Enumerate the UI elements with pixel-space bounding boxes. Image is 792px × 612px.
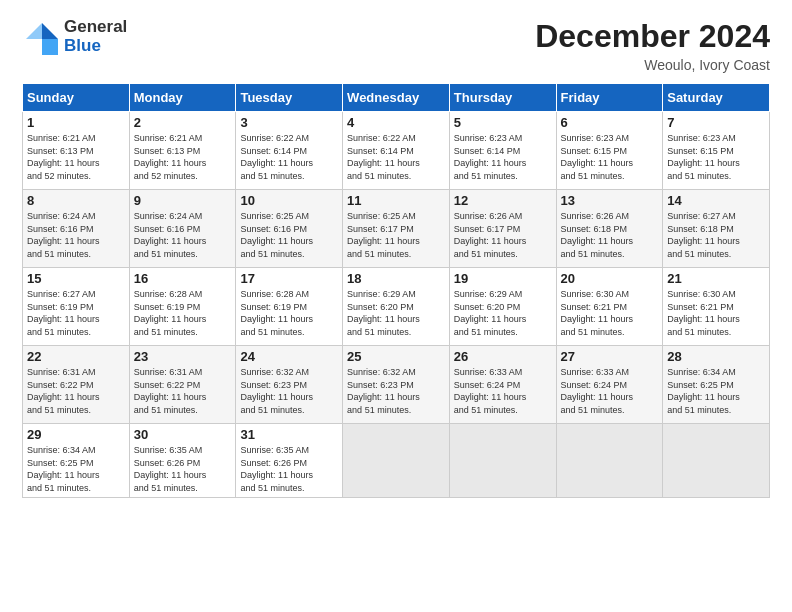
- day-info: Sunrise: 6:22 AM Sunset: 6:14 PM Dayligh…: [240, 132, 338, 182]
- day-info: Sunrise: 6:35 AM Sunset: 6:26 PM Dayligh…: [134, 444, 232, 494]
- day-number: 20: [561, 271, 659, 286]
- day-number: 29: [27, 427, 125, 442]
- table-row: 13Sunrise: 6:26 AM Sunset: 6:18 PM Dayli…: [556, 190, 663, 268]
- table-row: 7Sunrise: 6:23 AM Sunset: 6:15 PM Daylig…: [663, 112, 770, 190]
- header: General Blue December 2024 Weoulo, Ivory…: [22, 18, 770, 73]
- day-number: 26: [454, 349, 552, 364]
- day-info: Sunrise: 6:33 AM Sunset: 6:24 PM Dayligh…: [561, 366, 659, 416]
- logo-general-text: General: [64, 18, 127, 37]
- subtitle: Weoulo, Ivory Coast: [535, 57, 770, 73]
- day-number: 13: [561, 193, 659, 208]
- table-row: 14Sunrise: 6:27 AM Sunset: 6:18 PM Dayli…: [663, 190, 770, 268]
- svg-marker-0: [42, 23, 58, 39]
- day-number: 3: [240, 115, 338, 130]
- day-number: 9: [134, 193, 232, 208]
- table-row: 22Sunrise: 6:31 AM Sunset: 6:22 PM Dayli…: [23, 346, 130, 424]
- table-row: 29Sunrise: 6:34 AM Sunset: 6:25 PM Dayli…: [23, 424, 130, 498]
- table-row: 17Sunrise: 6:28 AM Sunset: 6:19 PM Dayli…: [236, 268, 343, 346]
- day-number: 24: [240, 349, 338, 364]
- calendar-header-row: Sunday Monday Tuesday Wednesday Thursday…: [23, 84, 770, 112]
- day-info: Sunrise: 6:24 AM Sunset: 6:16 PM Dayligh…: [27, 210, 125, 260]
- logo: General Blue: [22, 18, 127, 55]
- logo-icon: [22, 19, 58, 55]
- table-row: 4Sunrise: 6:22 AM Sunset: 6:14 PM Daylig…: [343, 112, 450, 190]
- day-number: 1: [27, 115, 125, 130]
- day-number: 2: [134, 115, 232, 130]
- day-number: 31: [240, 427, 338, 442]
- table-row: 20Sunrise: 6:30 AM Sunset: 6:21 PM Dayli…: [556, 268, 663, 346]
- day-info: Sunrise: 6:22 AM Sunset: 6:14 PM Dayligh…: [347, 132, 445, 182]
- table-row: 26Sunrise: 6:33 AM Sunset: 6:24 PM Dayli…: [449, 346, 556, 424]
- day-number: 6: [561, 115, 659, 130]
- day-info: Sunrise: 6:23 AM Sunset: 6:15 PM Dayligh…: [561, 132, 659, 182]
- table-row: 6Sunrise: 6:23 AM Sunset: 6:15 PM Daylig…: [556, 112, 663, 190]
- day-info: Sunrise: 6:26 AM Sunset: 6:18 PM Dayligh…: [561, 210, 659, 260]
- day-info: Sunrise: 6:32 AM Sunset: 6:23 PM Dayligh…: [240, 366, 338, 416]
- day-info: Sunrise: 6:30 AM Sunset: 6:21 PM Dayligh…: [667, 288, 765, 338]
- day-number: 15: [27, 271, 125, 286]
- day-info: Sunrise: 6:21 AM Sunset: 6:13 PM Dayligh…: [27, 132, 125, 182]
- day-info: Sunrise: 6:27 AM Sunset: 6:18 PM Dayligh…: [667, 210, 765, 260]
- day-number: 7: [667, 115, 765, 130]
- day-info: Sunrise: 6:27 AM Sunset: 6:19 PM Dayligh…: [27, 288, 125, 338]
- day-number: 18: [347, 271, 445, 286]
- day-number: 8: [27, 193, 125, 208]
- day-info: Sunrise: 6:28 AM Sunset: 6:19 PM Dayligh…: [134, 288, 232, 338]
- day-info: Sunrise: 6:33 AM Sunset: 6:24 PM Dayligh…: [454, 366, 552, 416]
- col-tuesday: Tuesday: [236, 84, 343, 112]
- day-info: Sunrise: 6:25 AM Sunset: 6:17 PM Dayligh…: [347, 210, 445, 260]
- day-number: 19: [454, 271, 552, 286]
- calendar-table: Sunday Monday Tuesday Wednesday Thursday…: [22, 83, 770, 498]
- day-number: 11: [347, 193, 445, 208]
- svg-marker-2: [26, 23, 42, 39]
- table-row: 9Sunrise: 6:24 AM Sunset: 6:16 PM Daylig…: [129, 190, 236, 268]
- day-info: Sunrise: 6:29 AM Sunset: 6:20 PM Dayligh…: [454, 288, 552, 338]
- table-row: 16Sunrise: 6:28 AM Sunset: 6:19 PM Dayli…: [129, 268, 236, 346]
- day-number: 12: [454, 193, 552, 208]
- day-number: 5: [454, 115, 552, 130]
- table-row: 10Sunrise: 6:25 AM Sunset: 6:16 PM Dayli…: [236, 190, 343, 268]
- day-info: Sunrise: 6:26 AM Sunset: 6:17 PM Dayligh…: [454, 210, 552, 260]
- col-wednesday: Wednesday: [343, 84, 450, 112]
- table-row: 30Sunrise: 6:35 AM Sunset: 6:26 PM Dayli…: [129, 424, 236, 498]
- day-info: Sunrise: 6:34 AM Sunset: 6:25 PM Dayligh…: [667, 366, 765, 416]
- logo-text: General Blue: [64, 18, 127, 55]
- table-row: 23Sunrise: 6:31 AM Sunset: 6:22 PM Dayli…: [129, 346, 236, 424]
- table-row: 8Sunrise: 6:24 AM Sunset: 6:16 PM Daylig…: [23, 190, 130, 268]
- svg-marker-1: [42, 39, 58, 55]
- day-info: Sunrise: 6:31 AM Sunset: 6:22 PM Dayligh…: [134, 366, 232, 416]
- table-row: [663, 424, 770, 498]
- day-info: Sunrise: 6:28 AM Sunset: 6:19 PM Dayligh…: [240, 288, 338, 338]
- main-title: December 2024: [535, 18, 770, 55]
- day-number: 25: [347, 349, 445, 364]
- table-row: 31Sunrise: 6:35 AM Sunset: 6:26 PM Dayli…: [236, 424, 343, 498]
- col-monday: Monday: [129, 84, 236, 112]
- table-row: 2Sunrise: 6:21 AM Sunset: 6:13 PM Daylig…: [129, 112, 236, 190]
- day-number: 10: [240, 193, 338, 208]
- day-info: Sunrise: 6:25 AM Sunset: 6:16 PM Dayligh…: [240, 210, 338, 260]
- day-number: 21: [667, 271, 765, 286]
- day-info: Sunrise: 6:24 AM Sunset: 6:16 PM Dayligh…: [134, 210, 232, 260]
- day-number: 22: [27, 349, 125, 364]
- table-row: [343, 424, 450, 498]
- table-row: 27Sunrise: 6:33 AM Sunset: 6:24 PM Dayli…: [556, 346, 663, 424]
- day-info: Sunrise: 6:23 AM Sunset: 6:15 PM Dayligh…: [667, 132, 765, 182]
- table-row: 19Sunrise: 6:29 AM Sunset: 6:20 PM Dayli…: [449, 268, 556, 346]
- day-number: 28: [667, 349, 765, 364]
- table-row: 1Sunrise: 6:21 AM Sunset: 6:13 PM Daylig…: [23, 112, 130, 190]
- table-row: [556, 424, 663, 498]
- col-thursday: Thursday: [449, 84, 556, 112]
- table-row: 3Sunrise: 6:22 AM Sunset: 6:14 PM Daylig…: [236, 112, 343, 190]
- page: General Blue December 2024 Weoulo, Ivory…: [0, 0, 792, 612]
- table-row: 5Sunrise: 6:23 AM Sunset: 6:14 PM Daylig…: [449, 112, 556, 190]
- day-info: Sunrise: 6:31 AM Sunset: 6:22 PM Dayligh…: [27, 366, 125, 416]
- table-row: 21Sunrise: 6:30 AM Sunset: 6:21 PM Dayli…: [663, 268, 770, 346]
- table-row: 12Sunrise: 6:26 AM Sunset: 6:17 PM Dayli…: [449, 190, 556, 268]
- day-info: Sunrise: 6:23 AM Sunset: 6:14 PM Dayligh…: [454, 132, 552, 182]
- day-info: Sunrise: 6:34 AM Sunset: 6:25 PM Dayligh…: [27, 444, 125, 494]
- day-info: Sunrise: 6:21 AM Sunset: 6:13 PM Dayligh…: [134, 132, 232, 182]
- table-row: 11Sunrise: 6:25 AM Sunset: 6:17 PM Dayli…: [343, 190, 450, 268]
- col-friday: Friday: [556, 84, 663, 112]
- col-sunday: Sunday: [23, 84, 130, 112]
- day-info: Sunrise: 6:35 AM Sunset: 6:26 PM Dayligh…: [240, 444, 338, 494]
